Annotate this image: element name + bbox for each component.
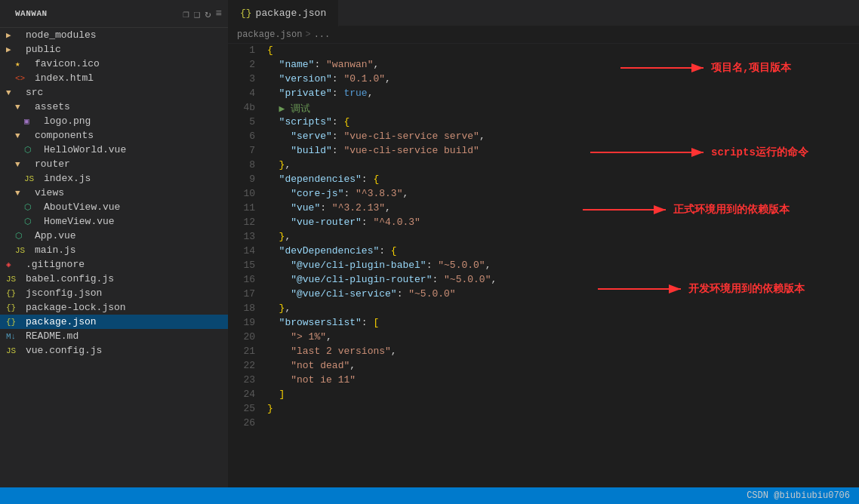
- file-label-main_js: main.js: [35, 244, 76, 256]
- collapse-all-icon[interactable]: ≡: [216, 8, 222, 20]
- sidebar-item-public[interactable]: ▶public: [0, 42, 228, 57]
- sidebar-item-router_index[interactable]: JSindex.js: [0, 171, 228, 186]
- file-icon-about_view: ⬡: [24, 202, 41, 212]
- file-label-package_lock: package-lock.json: [26, 302, 126, 313]
- line-content: "vue": "^3.2.13",: [264, 201, 859, 216]
- line-content: "not ie 11": [264, 373, 859, 388]
- breadcrumb-context: ...: [314, 29, 331, 40]
- table-row: 7 "build": "vue-cli-service build": [228, 144, 859, 158]
- sidebar-item-home_view[interactable]: ⬡HomeView.vue: [0, 214, 228, 229]
- sidebar-item-router[interactable]: ▼router: [0, 157, 228, 171]
- line-number: 3: [228, 72, 264, 87]
- line-number: 17: [228, 287, 264, 302]
- line-number: 25: [228, 402, 264, 416]
- line-number: 18: [228, 302, 264, 316]
- refresh-icon[interactable]: ↻: [205, 8, 211, 20]
- file-label-about_view: AboutView.vue: [44, 201, 120, 213]
- sidebar-item-assets[interactable]: ▼assets: [0, 100, 228, 114]
- table-row: 16 "@vue/cli-plugin-router": "~5.0.0",: [228, 273, 859, 287]
- file-label-components: components: [35, 130, 94, 141]
- line-content: },: [264, 302, 859, 316]
- file-label-views: views: [35, 187, 64, 198]
- table-row: 26: [228, 416, 859, 431]
- line-number: 15: [228, 259, 264, 273]
- table-row: 25}: [228, 402, 859, 416]
- table-row: 23 "not ie 11": [228, 373, 859, 388]
- file-icon-gitignore: ◈: [6, 260, 23, 269]
- file-label-helloworld: HelloWorld.vue: [44, 144, 126, 155]
- file-icon-src: ▼: [6, 88, 23, 97]
- sidebar-item-src[interactable]: ▼src: [0, 85, 228, 100]
- file-label-package_json: package.json: [26, 316, 97, 327]
- sidebar-item-gitignore[interactable]: ◈.gitignore: [0, 257, 228, 272]
- sidebar-item-favicon[interactable]: ★favicon.ico: [0, 57, 228, 71]
- file-icon-node_modules: ▶: [6, 30, 23, 40]
- line-content: "not dead",: [264, 359, 859, 373]
- file-label-node_modules: node_modules: [26, 29, 97, 41]
- file-icon-views: ▼: [15, 189, 32, 198]
- table-row: 13 },: [228, 230, 859, 244]
- sidebar-item-jsconfig[interactable]: {}jsconfig.json: [0, 286, 228, 300]
- line-content: ▶ 调试: [264, 101, 859, 115]
- sidebar-item-main_js[interactable]: JSmain.js: [0, 243, 228, 257]
- line-number: 26: [228, 416, 264, 431]
- tab-label: package.json: [256, 8, 327, 19]
- sidebar-item-node_modules[interactable]: ▶node_modules: [0, 28, 228, 42]
- sidebar-item-views[interactable]: ▼views: [0, 186, 228, 200]
- line-number: 9: [228, 173, 264, 187]
- line-number: 2: [228, 58, 264, 72]
- line-content: "build": "vue-cli-service build": [264, 144, 859, 158]
- sidebar-item-components[interactable]: ▼components: [0, 128, 228, 143]
- table-row: 24 ]: [228, 388, 859, 402]
- sidebar-item-vue_config[interactable]: JSvue.config.js: [0, 343, 228, 358]
- breadcrumb-separator: >: [305, 29, 310, 40]
- file-label-readme: README.md: [26, 330, 79, 342]
- file-icon-package_lock: {}: [6, 303, 23, 312]
- line-number: 13: [228, 230, 264, 244]
- file-icon-main_js: JS: [15, 246, 32, 255]
- sidebar-item-helloworld[interactable]: ⬡HelloWorld.vue: [0, 143, 228, 157]
- line-content: "core-js": "^3.8.3",: [264, 187, 859, 201]
- main-container: WANWAN ❐ ❑ ↻ ≡ ▶node_modules▶public★favi…: [0, 0, 859, 487]
- sidebar-item-app_vue[interactable]: ⬡App.vue: [0, 229, 228, 243]
- file-label-babel_config: babel.config.js: [26, 273, 114, 284]
- line-number: 16: [228, 273, 264, 287]
- line-content: {: [264, 44, 859, 58]
- watermark: CSDN @biubiubiu0706: [747, 490, 850, 501]
- table-row: 3 "version": "0.1.0",: [228, 72, 859, 87]
- sidebar-item-package_json[interactable]: {}package.json: [0, 315, 228, 329]
- sidebar-item-logo_png[interactable]: ▣logo.png: [0, 114, 228, 128]
- sidebar-item-index_html[interactable]: <>index.html: [0, 71, 228, 85]
- package-json-tab[interactable]: {} package.json: [228, 0, 339, 26]
- file-icon-babel_config: JS: [6, 275, 23, 284]
- table-row: 2 "name": "wanwan",: [228, 58, 859, 72]
- file-label-favicon: favicon.ico: [35, 58, 100, 69]
- table-row: 19 "browserslist": [: [228, 316, 859, 330]
- sidebar-item-package_lock[interactable]: {}package-lock.json: [0, 300, 228, 315]
- new-folder-icon[interactable]: ❑: [194, 8, 200, 20]
- table-row: 4 "private": true,: [228, 87, 859, 101]
- line-content: [264, 416, 859, 431]
- sidebar-item-babel_config[interactable]: JSbabel.config.js: [0, 272, 228, 286]
- code-editor: 1{2 "name": "wanwan",3 "version": "0.1.0…: [228, 44, 859, 431]
- line-number: 4: [228, 87, 264, 101]
- file-label-vue_config: vue.config.js: [26, 345, 102, 356]
- file-label-router_index: index.js: [44, 173, 91, 184]
- line-content: "serve": "vue-cli-service serve",: [264, 130, 859, 144]
- file-label-jsconfig: jsconfig.json: [26, 287, 102, 299]
- line-content: "browserslist": [: [264, 316, 859, 330]
- line-content: "@vue/cli-service": "~5.0.0": [264, 287, 859, 302]
- file-label-logo_png: logo.png: [44, 115, 91, 127]
- line-number: 8: [228, 158, 264, 173]
- sidebar-item-about_view[interactable]: ⬡AboutView.vue: [0, 200, 228, 214]
- line-number: 4b: [228, 101, 264, 115]
- sidebar-item-readme[interactable]: M↓README.md: [0, 329, 228, 343]
- line-content: "@vue/cli-plugin-router": "~5.0.0",: [264, 273, 859, 287]
- line-content: "dependencies": {: [264, 173, 859, 187]
- new-file-icon[interactable]: ❐: [183, 8, 189, 20]
- sidebar-toolbar: WANWAN ❐ ❑ ↻ ≡: [0, 0, 228, 28]
- breadcrumb: package.json > ...: [228, 26, 859, 44]
- table-row: 21 "last 2 versions",: [228, 345, 859, 359]
- editor-area: {} package.json package.json > ... 1{2 "…: [228, 0, 859, 487]
- file-label-router: router: [35, 158, 70, 170]
